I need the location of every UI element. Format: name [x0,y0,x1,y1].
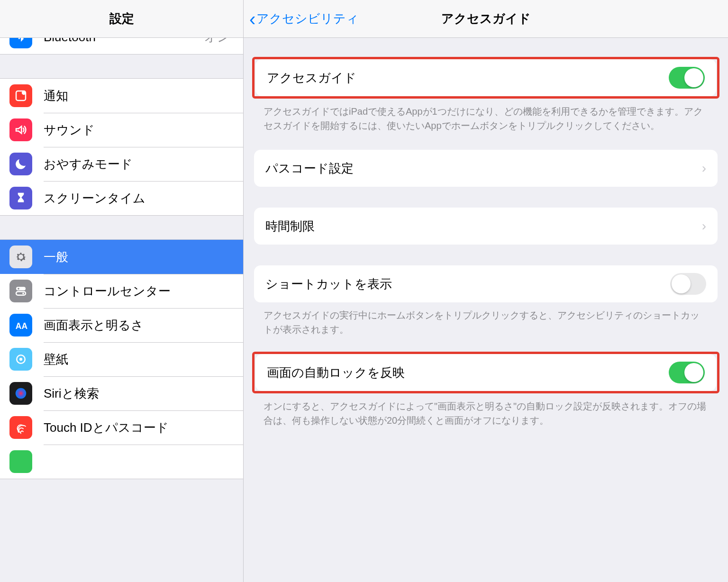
notifications-icon [9,84,32,107]
sidebar-item-label: 壁紙 [44,351,234,368]
svg-text:AA: AA [16,321,28,331]
svg-point-5 [22,292,24,294]
sidebar-content[interactable]: Bluetooth オン 通知 サウンド お [0,38,243,582]
sidebar-title: 設定 [109,10,134,27]
wallpaper-icon [9,348,32,371]
sidebar-header: 設定 [0,0,243,38]
sidebar-item-value: オン [204,38,230,45]
row-label: パスコード設定 [265,160,702,177]
detail-content[interactable]: アクセスガイド アクセスガイドではiPadで使えるAppが1つだけになり、どの機… [244,38,728,582]
svg-point-4 [18,288,19,290]
sidebar-item-label: Siriと検索 [44,385,234,402]
sidebar-item-next[interactable] [0,445,243,479]
row-time-limit[interactable]: 時間制限 › [254,208,718,245]
siri-icon [9,382,32,405]
back-label: アクセシビリティ [256,10,359,27]
row-label: アクセスガイド [267,70,669,86]
sidebar-item-screen-time[interactable]: スクリーンタイム [0,181,243,215]
sidebar-item-label: 通知 [44,88,234,104]
fingerprint-icon [9,416,32,439]
sidebar-item-general[interactable]: 一般 [0,240,243,274]
detail-header: ‹ アクセシビリティ アクセスガイド [244,0,728,38]
bluetooth-icon [9,38,32,48]
display-icon: AA [9,314,32,336]
row-shortcut[interactable]: ショートカットを表示 [254,265,718,302]
toggle-mirror-auto-lock[interactable] [669,362,705,383]
row-guided-access[interactable]: アクセスガイド [255,59,716,96]
svg-rect-2 [16,287,26,291]
sidebar-item-label: 画面表示と明るさ [44,317,234,334]
detail-pane: ‹ アクセシビリティ アクセスガイド アクセスガイド アクセスガイドではiPad… [244,0,728,582]
sidebar-item-notifications[interactable]: 通知 [0,79,243,113]
footer-mirror-auto-lock: オンにすると、アクセスガイドによって"画面表示と明るさ"の自動ロック設定が反映さ… [244,393,728,427]
sidebar-item-label: おやすみモード [44,156,234,173]
sidebar-item-bluetooth[interactable]: Bluetooth オン [0,38,243,54]
sidebar-item-control-center[interactable]: コントロールセンター [0,274,243,308]
svg-point-1 [22,91,26,95]
sidebar-item-sounds[interactable]: サウンド [0,113,243,147]
row-passcode[interactable]: パスコード設定 › [254,150,718,187]
svg-rect-3 [16,291,26,295]
sidebar-item-wallpaper[interactable]: 壁紙 [0,342,243,376]
chevron-left-icon: ‹ [249,9,255,28]
sidebar-item-label: コントロールセンター [44,283,234,300]
toggle-shortcut[interactable] [670,273,706,295]
row-label: 時間制限 [265,218,702,235]
sidebar-item-label: スクリーンタイム [44,190,234,207]
sidebar-item-label: サウンド [44,122,234,138]
row-label: 画面の自動ロックを反映 [267,364,669,381]
chevron-right-icon: › [702,218,706,234]
control-center-icon [9,280,32,302]
toggle-guided-access[interactable] [669,67,705,89]
sidebar-item-label: Touch IDとパスコード [44,419,234,436]
row-mirror-auto-lock[interactable]: 画面の自動ロックを反映 [255,354,716,391]
row-label: ショートカットを表示 [265,276,670,292]
svg-point-9 [16,388,27,399]
svg-point-8 [19,358,22,361]
sidebar-item-display[interactable]: AA 画面表示と明るさ [0,308,243,342]
sidebar-item-label: Bluetooth [44,38,204,45]
sidebar-item-label: 一般 [44,249,234,265]
hourglass-icon [9,187,32,209]
highlight-auto-lock: 画面の自動ロックを反映 [252,352,719,393]
next-icon [9,450,32,473]
sounds-icon [9,118,32,141]
footer-shortcut: アクセスガイドの実行中にホームボタンをトリプルクリックすると、アクセシビリティの… [244,302,728,336]
back-button[interactable]: ‹ アクセシビリティ [249,9,359,28]
detail-title: アクセスガイド [441,10,531,27]
highlight-guided-access: アクセスガイド [252,57,719,99]
sidebar-item-siri[interactable]: Siriと検索 [0,376,243,410]
chevron-right-icon: › [702,161,706,176]
settings-sidebar: 設定 Bluetooth オン 通知 [0,0,244,582]
sidebar-item-do-not-disturb[interactable]: おやすみモード [0,147,243,181]
moon-icon [9,153,32,175]
footer-guided-access: アクセスガイドではiPadで使えるAppが1つだけになり、どの機能を利用できるか… [244,99,728,133]
gear-icon [9,246,32,268]
sidebar-item-touchid[interactable]: Touch IDとパスコード [0,410,243,445]
